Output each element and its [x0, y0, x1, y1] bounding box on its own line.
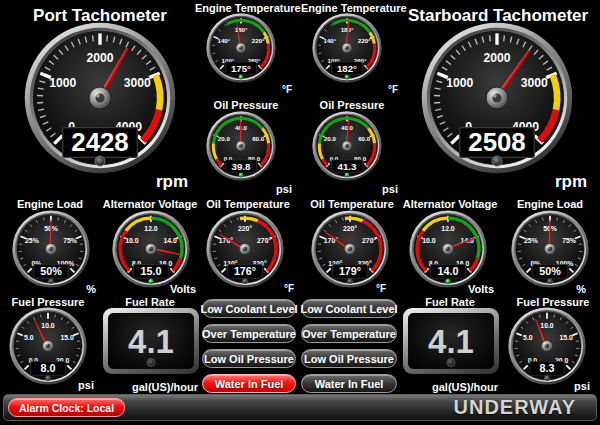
fuel-rate-port-screen: 4.1 — [108, 313, 194, 369]
svg-text:12.0: 12.0 — [144, 225, 158, 232]
svg-text:50%: 50% — [539, 265, 561, 277]
svg-text:140°: 140° — [323, 37, 336, 44]
display-knob-icon — [447, 358, 456, 367]
fuel-rate-stbd-display: 4.1 — [403, 308, 499, 374]
alt-voltage-stbd-gauge: 8.010.012.014.016.0 14.0 — [409, 210, 487, 288]
display-knob-icon — [147, 358, 156, 367]
oil-temp-port-unit: °F — [268, 283, 294, 294]
fuel-rate-port-title: Fuel Rate — [100, 296, 200, 308]
svg-text:220°: 220° — [343, 225, 357, 232]
svg-text:8.3: 8.3 — [540, 362, 555, 374]
svg-text:220°: 220° — [358, 37, 371, 44]
fuel-rate-port-display: 4.1 — [103, 308, 199, 374]
oil-pressure-stbd-unit: psi — [372, 183, 398, 195]
svg-text:175°: 175° — [231, 63, 251, 74]
fuel-pressure-stbd-unit: psi — [564, 380, 590, 392]
svg-text:39.8: 39.8 — [232, 161, 251, 172]
svg-text:10.0: 10.0 — [41, 322, 55, 329]
svg-text:5.0: 5.0 — [24, 334, 34, 341]
alt-voltage-port-unit: Volts — [158, 283, 196, 295]
svg-text:5.0: 5.0 — [523, 334, 533, 341]
status-bar: Alarm Clock: Local UNDERWAY — [3, 394, 597, 421]
oil-pressure-port-gauge: 0.020.040.060.080.0 39.8 — [206, 111, 276, 181]
svg-text:270°: 270° — [362, 237, 376, 244]
alarm-column-starboard: Low Coolant LevelOver TemperatureLow Oil… — [301, 299, 397, 393]
alarm-button-starboard-low-oil-pressure[interactable]: Low Oil Pressure — [301, 349, 397, 368]
svg-text:8.0: 8.0 — [41, 362, 56, 374]
oil-temp-stbd-title: Oil Temperature — [302, 198, 402, 210]
fuel-rate-stbd-value: 4.1 — [428, 325, 474, 358]
svg-text:20.0: 20.0 — [324, 135, 337, 142]
svg-text:10.0: 10.0 — [125, 237, 139, 244]
alarm-button-port-low-coolant-level[interactable]: Low Coolant Level — [202, 299, 296, 318]
engine-temp-stbd-unit: °F — [372, 84, 398, 95]
svg-text:2508: 2508 — [468, 128, 525, 156]
port-tachometer-gauge: 01000200030004000 2428 — [24, 22, 176, 174]
alarm-clock-button[interactable]: Alarm Clock: Local — [8, 398, 125, 417]
svg-text:12.0: 12.0 — [441, 225, 455, 232]
alarm-button-starboard-water-in-fuel[interactable]: Water In Fuel — [301, 374, 397, 393]
svg-text:60.0: 60.0 — [252, 135, 265, 142]
fuel-pressure-port-gauge: 0.05.010.015.020.0 8.0 — [9, 307, 87, 385]
starboard-tachometer-unit: rpm — [527, 172, 587, 192]
svg-text:75%: 75% — [562, 237, 576, 244]
svg-text:50%: 50% — [40, 265, 62, 277]
alarm-button-port-over-temperature[interactable]: Over Temperature — [202, 324, 296, 343]
svg-text:270°: 270° — [257, 237, 271, 244]
svg-text:20.0: 20.0 — [218, 135, 231, 142]
alt-voltage-port-gauge: 8.010.012.014.016.0 15.0 — [112, 210, 190, 288]
svg-text:140°: 140° — [217, 37, 230, 44]
starboard-tachometer-gauge: 01000200030004000 2508 — [421, 22, 573, 174]
oil-pressure-port-title: Oil Pressure — [195, 99, 297, 111]
port-tachometer-unit: rpm — [128, 172, 188, 192]
fuel-rate-port-unit: gal(US)/hour — [108, 381, 198, 393]
engine-load-port-unit: % — [72, 283, 96, 295]
svg-text:41.3: 41.3 — [338, 161, 357, 172]
fuel-rate-stbd-screen: 4.1 — [408, 313, 494, 369]
svg-text:220°: 220° — [252, 37, 265, 44]
svg-text:2000: 2000 — [483, 51, 510, 65]
oil-temp-stbd-gauge: 120°170°220°270°320° 179° — [311, 210, 389, 288]
svg-text:75%: 75% — [63, 237, 77, 244]
svg-text:1000: 1000 — [446, 76, 473, 90]
alarm-button-starboard-over-temperature[interactable]: Over Temperature — [301, 324, 397, 343]
oil-temp-stbd-unit: °F — [360, 283, 386, 294]
svg-text:15.0: 15.0 — [559, 334, 573, 341]
svg-text:179°: 179° — [339, 265, 361, 277]
oil-pressure-port-unit: psi — [266, 183, 292, 195]
engine-load-port-gauge: 0%25%50%75%100% 50% — [12, 210, 90, 288]
svg-text:182°: 182° — [337, 63, 357, 74]
svg-text:10.0: 10.0 — [540, 322, 554, 329]
svg-text:25%: 25% — [25, 237, 39, 244]
svg-text:3000: 3000 — [124, 76, 151, 90]
engine-temp-port-unit: °F — [266, 84, 292, 95]
engine-temp-port-gauge: 100°140°180°220°260° 175° — [206, 13, 276, 83]
alt-voltage-port-title: Alternator Voltage — [98, 198, 202, 210]
engine-load-port-title: Engine Load — [2, 198, 98, 210]
engine-load-stbd-title: Engine Load — [502, 198, 598, 210]
fuel-rate-stbd-unit: gal(US)/hour — [408, 381, 498, 393]
svg-text:14.0: 14.0 — [438, 265, 459, 277]
svg-text:40.0: 40.0 — [341, 124, 354, 131]
alt-voltage-stbd-title: Alternator Voltage — [398, 198, 502, 210]
fuel-rate-stbd-title: Fuel Rate — [400, 296, 500, 308]
alarm-column-port: Low Coolant LevelOver TemperatureLow Oil… — [202, 299, 296, 393]
oil-pressure-stbd-title: Oil Pressure — [301, 99, 403, 111]
oil-temp-port-title: Oil Temperature — [198, 198, 298, 210]
oil-pressure-stbd-gauge: 0.020.040.060.080.0 41.3 — [312, 111, 382, 181]
svg-text:2000: 2000 — [86, 51, 113, 65]
svg-text:25%: 25% — [524, 237, 538, 244]
svg-text:176°: 176° — [234, 265, 256, 277]
engine-temp-stbd-gauge: 100°140°180°220°260° 182° — [312, 13, 382, 83]
alarm-button-port-water-in-fuel[interactable]: Water In Fuel — [202, 374, 296, 393]
svg-text:220°: 220° — [238, 225, 252, 232]
oil-temp-port-gauge: 120°170°220°270°320° 176° — [206, 210, 284, 288]
instrument-panel: Port Tachometer 01000200030004000 2428 — [0, 0, 600, 425]
svg-text:2428: 2428 — [71, 128, 128, 156]
engine-load-stbd-unit: % — [562, 283, 586, 295]
alarm-button-starboard-low-coolant-level[interactable]: Low Coolant Level — [301, 299, 397, 318]
svg-text:1000: 1000 — [49, 76, 76, 90]
fuel-pressure-stbd-gauge: 0.05.010.015.020.0 8.3 — [508, 307, 586, 385]
alt-voltage-stbd-unit: Volts — [456, 283, 494, 295]
alarm-button-port-low-oil-pressure[interactable]: Low Oil Pressure — [202, 349, 296, 368]
